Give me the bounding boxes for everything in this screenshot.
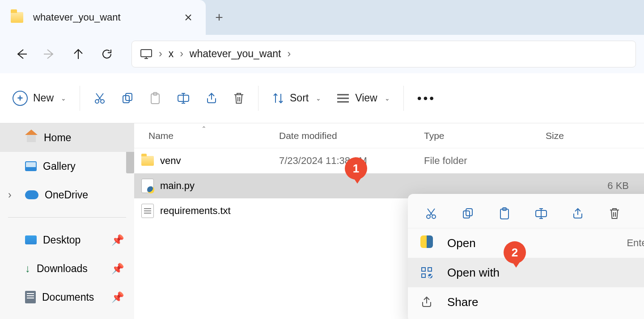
svg-point-2: [101, 100, 104, 103]
rename-icon: [177, 92, 190, 105]
chevron-right-icon[interactable]: ›: [8, 189, 12, 201]
ctx-paste-button[interactable]: [496, 205, 513, 222]
share-icon: [205, 92, 218, 105]
refresh-button[interactable]: [94, 41, 120, 67]
onedrive-icon: [25, 190, 38, 199]
gallery-icon: [25, 161, 37, 171]
share-button[interactable]: [205, 87, 218, 110]
paste-icon: [149, 92, 161, 105]
home-icon: [25, 132, 38, 143]
up-button[interactable]: [65, 41, 91, 67]
tab-active[interactable]: whatever_you_want: [0, 0, 206, 35]
ctx-copy-button[interactable]: [459, 205, 477, 222]
sort-button[interactable]: Sort ⌄: [272, 87, 321, 110]
share-icon: [420, 296, 435, 308]
desktop-icon: [25, 235, 37, 244]
ctx-rename-button[interactable]: [532, 205, 550, 222]
file-name: requirements.txt: [160, 205, 231, 217]
address-bar[interactable]: › x › whatever_you_want ›: [131, 41, 636, 67]
file-row[interactable]: venv 7/23/2024 11:38 AM File folder: [134, 148, 644, 173]
documents-icon: [25, 291, 36, 303]
sort-indicator-icon: ⌃: [201, 125, 207, 132]
ctx-share-button[interactable]: [569, 205, 587, 222]
annotation-badge-1: 1: [345, 157, 367, 180]
svg-point-1: [95, 100, 99, 103]
sort-icon: [272, 92, 284, 105]
breadcrumb-segment[interactable]: whatever_you_want: [190, 48, 281, 60]
sidebar-item-desktop[interactable]: Desktop 📌: [0, 226, 134, 254]
new-tab-button[interactable]: +: [206, 0, 233, 35]
chevron-down-icon: ⌄: [61, 95, 66, 102]
more-button[interactable]: •••: [417, 87, 436, 110]
plus-icon: +: [215, 10, 223, 25]
sidebar-item-downloads[interactable]: ↓ Downloads 📌: [0, 254, 134, 283]
view-icon: [336, 93, 350, 104]
forward-button[interactable]: [37, 41, 63, 67]
ctx-open-with[interactable]: Open with ›: [408, 258, 644, 287]
file-type: File folder: [424, 155, 546, 167]
ctx-delete-button[interactable]: [606, 205, 623, 222]
ctx-item-label: Open: [447, 236, 476, 250]
chevron-down-icon: ⌄: [316, 95, 321, 102]
open-icon: [420, 235, 435, 251]
new-label: New: [33, 92, 54, 104]
column-header-name[interactable]: ⌃ Name: [148, 130, 279, 141]
chevron-right-icon[interactable]: ›: [180, 48, 183, 60]
sidebar-item-label: Gallery: [43, 160, 76, 172]
file-list-pane: ⌃ Name Date modified Type Size venv 7/23…: [134, 123, 644, 319]
copy-icon: [121, 92, 134, 105]
svg-rect-17: [422, 274, 425, 277]
context-menu: Open Enter Open with › Share: [408, 194, 644, 319]
this-pc-icon: [140, 49, 153, 59]
sidebar-item-home[interactable]: Home: [0, 123, 134, 152]
tab-strip: whatever_you_want +: [0, 0, 644, 35]
new-icon: +: [13, 91, 28, 106]
ctx-cut-button[interactable]: [422, 205, 440, 222]
separator: [8, 217, 126, 218]
paste-button[interactable]: [149, 87, 161, 110]
sidebar-item-label: Downloads: [37, 263, 88, 275]
svg-point-8: [427, 215, 430, 218]
sidebar-item-documents[interactable]: Documents 📌: [0, 283, 134, 311]
view-button[interactable]: View ⌄: [336, 87, 390, 110]
svg-point-9: [432, 215, 436, 218]
tab-close-button[interactable]: [182, 11, 195, 24]
ctx-open[interactable]: Open Enter: [408, 228, 644, 258]
text-file-icon: [141, 204, 154, 218]
cut-button[interactable]: [93, 87, 106, 110]
delete-button[interactable]: [233, 87, 245, 110]
cut-icon: [93, 92, 106, 105]
column-header-type[interactable]: Type: [424, 130, 546, 141]
column-headers: ⌃ Name Date modified Type Size: [134, 123, 644, 148]
chevron-right-icon[interactable]: ›: [287, 48, 291, 60]
new-button[interactable]: + New ⌄: [13, 87, 66, 110]
downloads-icon: ↓: [25, 262, 30, 275]
trash-icon: [233, 92, 245, 105]
column-header-size[interactable]: Size: [546, 130, 644, 141]
ctx-item-label: Open with: [447, 266, 500, 280]
tab-title: whatever_you_want: [33, 12, 182, 23]
sort-label: Sort: [290, 92, 309, 104]
svg-rect-0: [141, 50, 152, 57]
context-menu-mini-toolbar: [408, 199, 644, 228]
sidebar-item-onedrive[interactable]: › OneDrive: [0, 180, 134, 209]
copy-button[interactable]: [121, 87, 134, 110]
rename-button[interactable]: [177, 87, 190, 110]
back-button[interactable]: [8, 41, 34, 67]
ctx-share[interactable]: Share: [408, 287, 644, 317]
ellipsis-icon: •••: [417, 91, 436, 105]
sidebar-item-label: Home: [44, 132, 71, 144]
column-header-date[interactable]: Date modified: [279, 130, 424, 141]
file-size: 6 KB: [546, 180, 644, 192]
pin-icon: 📌: [111, 234, 124, 246]
pin-icon: 📌: [111, 263, 124, 275]
sidebar-item-label: Desktop: [43, 234, 80, 246]
view-label: View: [355, 92, 377, 104]
open-with-icon: [420, 266, 435, 279]
sidebar-item-gallery[interactable]: Gallery: [0, 152, 134, 180]
chevron-down-icon: ⌄: [385, 95, 390, 102]
navigation-bar: › x › whatever_you_want ›: [0, 35, 644, 73]
breadcrumb-segment[interactable]: x: [169, 48, 174, 60]
chevron-right-icon[interactable]: ›: [159, 48, 162, 60]
ctx-item-shortcut: Enter: [627, 237, 644, 249]
